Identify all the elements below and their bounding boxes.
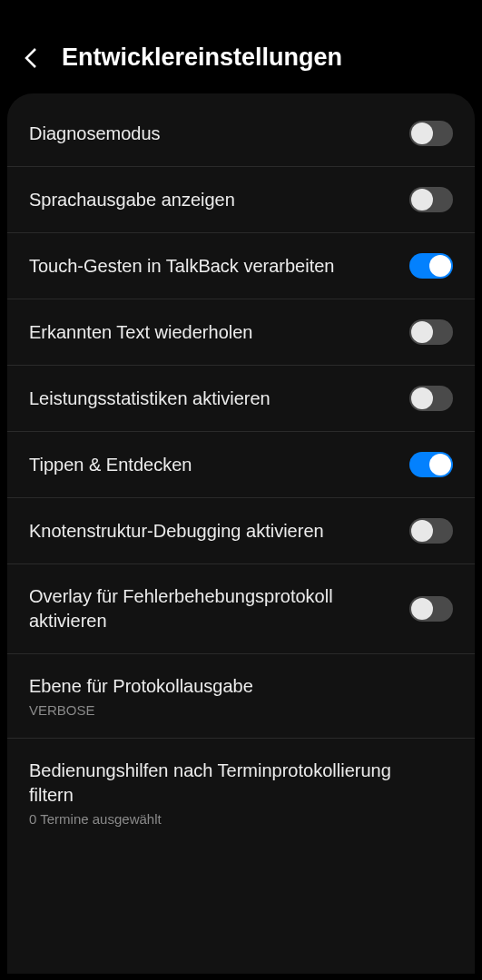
chevron-left-icon bbox=[23, 45, 39, 71]
row-label: Erkannten Text wiederholen bbox=[29, 320, 395, 345]
row-label: Diagnosemodus bbox=[29, 122, 395, 146]
row-text: Overlay für Fehlerbehebungsprotokoll akt… bbox=[29, 584, 409, 633]
row-knotenstruktur[interactable]: Knotenstruktur-Debugging aktivieren bbox=[7, 498, 475, 564]
row-touch-gesten[interactable]: Touch-Gesten in TalkBack verarbeiten bbox=[7, 233, 475, 299]
toggle-leistungsstatistiken[interactable] bbox=[409, 386, 453, 411]
row-label: Sprachausgabe anzeigen bbox=[29, 188, 395, 212]
toggle-tippen-entdecken[interactable] bbox=[409, 452, 453, 477]
row-text: Diagnosemodus bbox=[29, 122, 409, 146]
settings-card: Diagnosemodus Sprachausgabe anzeigen Tou… bbox=[7, 93, 475, 974]
toggle-knob bbox=[411, 122, 433, 144]
row-label: Tippen & Entdecken bbox=[29, 453, 395, 477]
row-protokollausgabe[interactable]: Ebene für Protokollausgabe VERBOSE bbox=[7, 654, 475, 739]
toggle-knob bbox=[411, 520, 433, 542]
row-label: Knotenstruktur-Debugging aktivieren bbox=[29, 519, 395, 544]
row-text: Sprachausgabe anzeigen bbox=[29, 188, 409, 212]
row-label: Touch-Gesten in TalkBack verarbeiten bbox=[29, 254, 395, 279]
row-text: Leistungsstatistiken aktivieren bbox=[29, 387, 409, 411]
row-tippen-entdecken[interactable]: Tippen & Entdecken bbox=[7, 432, 475, 498]
row-text: Bedienungshilfen nach Terminprotokollier… bbox=[29, 759, 453, 827]
toggle-knob bbox=[411, 598, 433, 620]
row-text: Tippen & Entdecken bbox=[29, 453, 409, 477]
toggle-knob bbox=[411, 189, 433, 211]
row-text: Knotenstruktur-Debugging aktivieren bbox=[29, 519, 409, 544]
row-overlay-fehlerbehebung[interactable]: Overlay für Fehlerbehebungsprotokoll akt… bbox=[7, 564, 475, 654]
row-sprachausgabe[interactable]: Sprachausgabe anzeigen bbox=[7, 167, 475, 233]
row-label: Leistungsstatistiken aktivieren bbox=[29, 387, 395, 411]
row-diagnosemodus[interactable]: Diagnosemodus bbox=[7, 101, 475, 167]
toggle-knob bbox=[429, 255, 451, 277]
toggle-diagnosemodus[interactable] bbox=[409, 121, 453, 146]
row-label: Ebene für Protokollausgabe bbox=[29, 674, 438, 699]
row-sub: VERBOSE bbox=[29, 702, 438, 718]
toggle-knotenstruktur[interactable] bbox=[409, 518, 453, 544]
row-leistungsstatistiken[interactable]: Leistungsstatistiken aktivieren bbox=[7, 366, 475, 432]
row-label: Bedienungshilfen nach Terminprotokollier… bbox=[29, 759, 438, 808]
toggle-knob bbox=[411, 321, 433, 343]
row-text: Touch-Gesten in TalkBack verarbeiten bbox=[29, 254, 409, 279]
row-terminprotokollierung[interactable]: Bedienungshilfen nach Terminprotokollier… bbox=[7, 739, 475, 847]
back-button[interactable] bbox=[18, 45, 44, 71]
toggle-knob bbox=[411, 387, 433, 409]
toggle-sprachausgabe[interactable] bbox=[409, 187, 453, 212]
row-text: Ebene für Protokollausgabe VERBOSE bbox=[29, 674, 453, 718]
row-sub: 0 Termine ausgewählt bbox=[29, 811, 438, 827]
row-label: Overlay für Fehlerbehebungsprotokoll akt… bbox=[29, 584, 395, 633]
row-erkannten-text[interactable]: Erkannten Text wiederholen bbox=[7, 299, 475, 366]
toggle-knob bbox=[429, 454, 451, 475]
toggle-overlay-fehlerbehebung[interactable] bbox=[409, 596, 453, 622]
toggle-erkannten-text[interactable] bbox=[409, 319, 453, 345]
page-title: Entwicklereinstellungen bbox=[62, 44, 342, 72]
row-text: Erkannten Text wiederholen bbox=[29, 320, 409, 345]
header: Entwicklereinstellungen bbox=[0, 0, 482, 93]
toggle-touch-gesten[interactable] bbox=[409, 253, 453, 279]
